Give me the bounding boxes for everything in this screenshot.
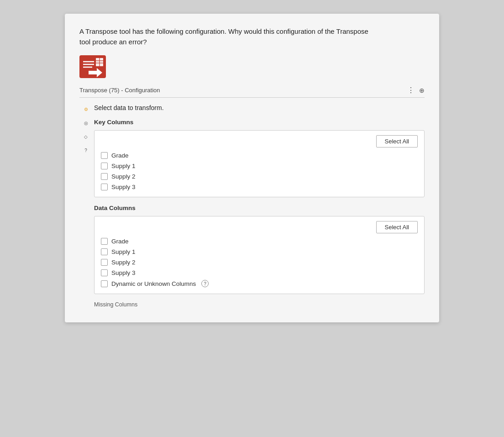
main-card: A Transpose tool has the following confi… (65, 14, 439, 322)
data-col-dynamic-row: Dynamic or Unknown Columns ? (101, 280, 418, 287)
data-col-supply3-checkbox[interactable] (101, 269, 108, 276)
data-col-dynamic-label: Dynamic or Unknown Columns (111, 280, 196, 287)
key-col-supply1-checkbox[interactable] (101, 163, 108, 169)
key-columns-select-all-row: Select All (101, 135, 418, 147)
key-col-supply1-row: Supply 1 (101, 163, 418, 169)
data-col-grade-checkbox[interactable] (101, 238, 108, 245)
sidebar-icon-diamond[interactable]: ◇ (82, 132, 90, 141)
transpose-tool-icon (79, 55, 106, 78)
panel-header: Transpose (75) - Configuration ⋮ ⊕ (79, 86, 425, 98)
data-col-supply2-row: Supply 2 (101, 259, 418, 266)
key-col-grade-label: Grade (111, 152, 129, 159)
dynamic-columns-help-icon[interactable]: ? (201, 280, 209, 287)
key-col-supply2-label: Supply 2 (111, 173, 136, 180)
config-content: Select data to transform. Key Columns Se… (92, 104, 425, 308)
key-col-supply3-label: Supply 3 (111, 184, 136, 190)
data-col-grade-label: Grade (111, 238, 129, 245)
data-col-supply2-label: Supply 2 (111, 259, 136, 266)
missing-columns-link[interactable]: Missing Columns (94, 301, 137, 308)
panel-title: Transpose (75) - Configuration (79, 87, 160, 94)
key-col-supply1-label: Supply 1 (111, 163, 136, 169)
tool-icon-container (79, 55, 425, 79)
data-col-supply3-label: Supply 3 (111, 269, 136, 276)
key-col-grade-checkbox[interactable] (101, 152, 108, 159)
sidebar-icon-circle[interactable]: ◎ (82, 119, 90, 127)
data-col-supply1-checkbox[interactable] (101, 248, 108, 255)
data-col-supply3-row: Supply 3 (101, 269, 418, 276)
panel-actions: ⋮ ⊕ (407, 86, 425, 95)
content-area: ⚙ ◎ ◇ ? Select data to transform. Key Co… (79, 104, 425, 308)
key-col-supply3-row: Supply 3 (101, 184, 418, 190)
data-col-supply1-row: Supply 1 (101, 248, 418, 255)
key-col-supply2-row: Supply 2 (101, 173, 418, 180)
data-columns-box: Select All Grade Supply 1 Supply 2 Suppl… (94, 216, 425, 294)
more-options-icon[interactable]: ⋮ (407, 86, 415, 95)
data-col-dynamic-checkbox[interactable] (101, 280, 108, 287)
data-columns-label: Data Columns (94, 205, 425, 211)
key-col-supply2-checkbox[interactable] (101, 173, 108, 180)
key-columns-select-all-button[interactable]: Select All (376, 135, 418, 147)
data-columns-select-all-button[interactable]: Select All (376, 221, 418, 233)
select-data-label: Select data to transform. (94, 104, 425, 111)
key-col-supply3-checkbox[interactable] (101, 184, 108, 190)
sidebar: ⚙ ◎ ◇ ? (79, 104, 92, 308)
key-col-grade-row: Grade (101, 152, 418, 159)
sidebar-icon-help[interactable]: ? (82, 146, 90, 154)
key-columns-box: Select All Grade Supply 1 Supply 2 Suppl… (94, 130, 425, 197)
question-text: A Transpose tool has the following confi… (79, 26, 425, 47)
data-col-grade-row: Grade (101, 238, 418, 245)
sidebar-icon-settings[interactable]: ⚙ (82, 105, 90, 113)
data-col-supply2-checkbox[interactable] (101, 259, 108, 266)
pin-icon[interactable]: ⊕ (419, 87, 425, 94)
key-columns-label: Key Columns (94, 119, 425, 126)
data-columns-select-all-row: Select All (101, 221, 418, 233)
data-col-supply1-label: Supply 1 (111, 248, 136, 255)
